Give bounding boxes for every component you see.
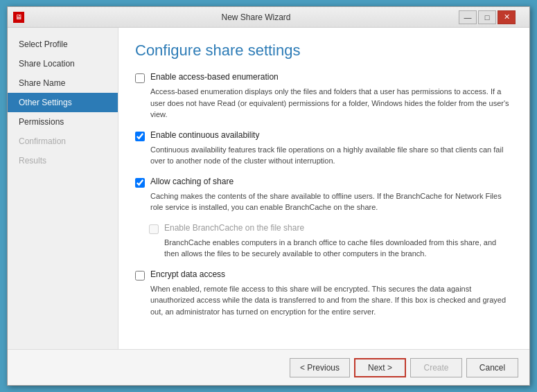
checkbox-row-access-based: Enable access-based enumeration: [135, 72, 513, 83]
window-title: New Share Wizard: [30, 12, 482, 22]
sidebar-item-confirmation: Confirmation: [8, 132, 118, 151]
checkbox-row-encrypt-data: Encrypt data access: [135, 269, 513, 280]
content-area: Select Profile Share Location Share Name…: [8, 28, 529, 349]
desc-access-based: Access-based enumeration displays only t…: [150, 86, 513, 121]
main-content: Configure share settings Enable access-b…: [118, 28, 529, 349]
label-allow-caching: Allow caching of share: [150, 177, 234, 186]
cancel-button[interactable]: Cancel: [466, 358, 518, 377]
desc-encrypt-data: When enabled, remote file access to this…: [150, 283, 513, 318]
sidebar-item-results: Results: [8, 151, 118, 170]
section-access-based: Enable access-based enumeration Access-b…: [135, 72, 513, 121]
section-continuous-availability: Enable continuous availability Continuou…: [135, 130, 513, 167]
checkbox-row-branchcache: Enable BranchCache on the file share: [149, 223, 513, 234]
previous-button[interactable]: < Previous: [290, 358, 350, 377]
sidebar-item-select-profile[interactable]: Select Profile: [8, 35, 118, 54]
checkbox-encrypt-data[interactable]: [135, 271, 145, 280]
minimize-button[interactable]: —: [459, 10, 477, 24]
sidebar-item-other-settings[interactable]: Other Settings: [8, 93, 118, 112]
sidebar: Select Profile Share Location Share Name…: [8, 28, 118, 349]
checkbox-allow-caching[interactable]: [135, 178, 145, 188]
create-button[interactable]: Create: [410, 358, 462, 377]
checkbox-row-continuous-availability: Enable continuous availability: [135, 130, 513, 141]
checkbox-access-based[interactable]: [135, 73, 145, 83]
title-bar: 🖥 New Share Wizard — □ ✕: [8, 7, 529, 28]
sidebar-item-share-location[interactable]: Share Location: [8, 54, 118, 73]
close-button[interactable]: ✕: [498, 10, 516, 24]
window-controls: — □ ✕: [459, 10, 516, 24]
section-allow-caching: Allow caching of share Caching makes the…: [135, 177, 513, 213]
desc-continuous-availability: Continuous availability features track f…: [150, 144, 513, 167]
wizard-window: 🖥 New Share Wizard — □ ✕ Select Profile …: [7, 6, 530, 386]
sidebar-item-permissions[interactable]: Permissions: [8, 112, 118, 132]
label-access-based: Enable access-based enumeration: [150, 72, 279, 82]
next-button[interactable]: Next >: [354, 358, 406, 377]
checkbox-continuous-availability[interactable]: [135, 132, 145, 141]
section-branchcache: Enable BranchCache on the file share Bra…: [149, 223, 513, 260]
sidebar-item-share-name[interactable]: Share Name: [8, 73, 118, 93]
footer: < Previous Next > Create Cancel: [8, 349, 529, 385]
app-icon: 🖥: [13, 12, 24, 23]
page-title: Configure share settings: [135, 42, 513, 60]
checkbox-row-allow-caching: Allow caching of share: [135, 177, 513, 188]
label-encrypt-data: Encrypt data access: [150, 269, 225, 279]
desc-allow-caching: Caching makes the contents of the share …: [150, 190, 513, 213]
maximize-button[interactable]: □: [478, 10, 496, 24]
section-encrypt-data: Encrypt data access When enabled, remote…: [135, 269, 513, 318]
label-branchcache: Enable BranchCache on the file share: [164, 223, 304, 233]
label-continuous-availability: Enable continuous availability: [150, 130, 259, 140]
checkbox-branchcache[interactable]: [149, 224, 159, 234]
desc-branchcache: BranchCache enables computers in a branc…: [164, 237, 513, 260]
